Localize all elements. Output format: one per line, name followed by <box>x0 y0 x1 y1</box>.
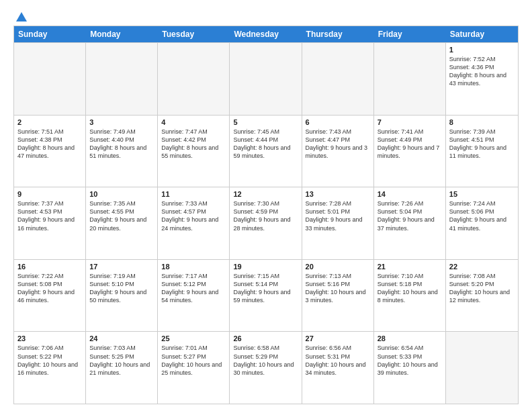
day-cell-7: 7Sunrise: 7:41 AM Sunset: 4:49 PM Daylig… <box>374 116 446 187</box>
day-info: Sunrise: 7:30 AM Sunset: 4:59 PM Dayligh… <box>233 199 298 232</box>
day-info: Sunrise: 7:35 AM Sunset: 4:55 PM Dayligh… <box>89 199 154 232</box>
day-cell-28: 28Sunrise: 6:54 AM Sunset: 5:33 PM Dayli… <box>374 332 446 404</box>
empty-cell <box>86 43 158 115</box>
day-number: 25 <box>161 334 226 342</box>
day-info: Sunrise: 7:06 AM Sunset: 5:22 PM Dayligh… <box>17 344 82 377</box>
day-info: Sunrise: 7:47 AM Sunset: 4:42 PM Dayligh… <box>161 128 226 161</box>
day-number: 1 <box>449 46 515 54</box>
day-number: 27 <box>306 334 370 342</box>
empty-cell <box>14 43 86 115</box>
day-info: Sunrise: 7:19 AM Sunset: 5:10 PM Dayligh… <box>89 272 154 305</box>
day-number: 23 <box>17 334 82 342</box>
weekday-header-tuesday: Tuesday <box>158 26 230 42</box>
logo-icon <box>15 11 28 24</box>
weekday-header-friday: Friday <box>374 26 446 42</box>
day-info: Sunrise: 7:15 AM Sunset: 5:14 PM Dayligh… <box>233 272 298 305</box>
day-cell-9: 9Sunrise: 7:37 AM Sunset: 4:53 PM Daylig… <box>14 187 86 259</box>
day-number: 4 <box>161 118 226 126</box>
day-number: 16 <box>17 263 82 271</box>
svg-marker-0 <box>16 12 27 21</box>
weekday-header-monday: Monday <box>86 26 158 42</box>
day-cell-11: 11Sunrise: 7:33 AM Sunset: 4:57 PM Dayli… <box>158 187 230 259</box>
day-number: 3 <box>89 118 154 126</box>
day-cell-19: 19Sunrise: 7:15 AM Sunset: 5:14 PM Dayli… <box>230 260 302 332</box>
day-info: Sunrise: 7:41 AM Sunset: 4:49 PM Dayligh… <box>378 128 442 161</box>
calendar-row-1: 2Sunrise: 7:51 AM Sunset: 4:38 PM Daylig… <box>14 115 518 187</box>
day-info: Sunrise: 7:52 AM Sunset: 4:36 PM Dayligh… <box>449 55 515 88</box>
day-cell-26: 26Sunrise: 6:58 AM Sunset: 5:29 PM Dayli… <box>230 332 302 404</box>
day-info: Sunrise: 7:39 AM Sunset: 4:51 PM Dayligh… <box>449 128 515 161</box>
day-number: 6 <box>306 118 370 126</box>
day-info: Sunrise: 7:22 AM Sunset: 5:08 PM Dayligh… <box>17 272 82 305</box>
day-number: 10 <box>89 190 154 198</box>
day-cell-3: 3Sunrise: 7:49 AM Sunset: 4:40 PM Daylig… <box>86 116 158 187</box>
calendar-row-2: 9Sunrise: 7:37 AM Sunset: 4:53 PM Daylig… <box>14 187 518 259</box>
day-number: 20 <box>306 263 370 271</box>
day-cell-25: 25Sunrise: 7:01 AM Sunset: 5:27 PM Dayli… <box>158 332 230 404</box>
day-info: Sunrise: 7:33 AM Sunset: 4:57 PM Dayligh… <box>161 199 226 232</box>
day-number: 22 <box>449 263 515 271</box>
day-info: Sunrise: 6:56 AM Sunset: 5:31 PM Dayligh… <box>306 344 370 377</box>
calendar-row-3: 16Sunrise: 7:22 AM Sunset: 5:08 PM Dayli… <box>14 259 518 332</box>
logo <box>13 11 28 20</box>
calendar-body: 1Sunrise: 7:52 AM Sunset: 4:36 PM Daylig… <box>14 42 518 404</box>
day-cell-1: 1Sunrise: 7:52 AM Sunset: 4:36 PM Daylig… <box>446 43 518 115</box>
day-number: 12 <box>233 190 298 198</box>
empty-cell <box>374 43 446 115</box>
day-info: Sunrise: 6:58 AM Sunset: 5:29 PM Dayligh… <box>233 344 298 377</box>
calendar-row-0: 1Sunrise: 7:52 AM Sunset: 4:36 PM Daylig… <box>14 42 518 115</box>
day-cell-10: 10Sunrise: 7:35 AM Sunset: 4:55 PM Dayli… <box>86 187 158 259</box>
day-number: 28 <box>378 334 442 342</box>
day-info: Sunrise: 7:37 AM Sunset: 4:53 PM Dayligh… <box>17 199 82 232</box>
calendar-header: SundayMondayTuesdayWednesdayThursdayFrid… <box>14 26 518 42</box>
empty-cell <box>302 43 374 115</box>
day-cell-24: 24Sunrise: 7:03 AM Sunset: 5:25 PM Dayli… <box>86 332 158 404</box>
weekday-header-thursday: Thursday <box>302 26 374 42</box>
day-number: 9 <box>17 190 82 198</box>
calendar-page: SundayMondayTuesdayWednesdayThursdayFrid… <box>0 0 532 411</box>
day-number: 8 <box>449 118 515 126</box>
day-info: Sunrise: 7:03 AM Sunset: 5:25 PM Dayligh… <box>89 344 154 377</box>
day-cell-23: 23Sunrise: 7:06 AM Sunset: 5:22 PM Dayli… <box>14 332 86 404</box>
day-cell-21: 21Sunrise: 7:10 AM Sunset: 5:18 PM Dayli… <box>374 260 446 332</box>
day-cell-14: 14Sunrise: 7:26 AM Sunset: 5:04 PM Dayli… <box>374 187 446 259</box>
day-number: 14 <box>378 190 442 198</box>
day-number: 13 <box>306 190 370 198</box>
day-number: 26 <box>233 334 298 342</box>
calendar: SundayMondayTuesdayWednesdayThursdayFrid… <box>13 26 519 404</box>
day-number: 24 <box>89 334 154 342</box>
empty-cell <box>446 332 518 404</box>
day-info: Sunrise: 7:08 AM Sunset: 5:20 PM Dayligh… <box>449 272 515 305</box>
day-cell-12: 12Sunrise: 7:30 AM Sunset: 4:59 PM Dayli… <box>230 187 302 259</box>
day-cell-27: 27Sunrise: 6:56 AM Sunset: 5:31 PM Dayli… <box>302 332 374 404</box>
day-cell-13: 13Sunrise: 7:28 AM Sunset: 5:01 PM Dayli… <box>302 187 374 259</box>
day-info: Sunrise: 7:45 AM Sunset: 4:44 PM Dayligh… <box>233 128 298 161</box>
day-cell-17: 17Sunrise: 7:19 AM Sunset: 5:10 PM Dayli… <box>86 260 158 332</box>
weekday-header-saturday: Saturday <box>446 26 518 42</box>
day-cell-20: 20Sunrise: 7:13 AM Sunset: 5:16 PM Dayli… <box>302 260 374 332</box>
day-info: Sunrise: 7:43 AM Sunset: 4:47 PM Dayligh… <box>306 128 370 161</box>
empty-cell <box>230 43 302 115</box>
day-info: Sunrise: 7:13 AM Sunset: 5:16 PM Dayligh… <box>306 272 370 305</box>
day-cell-15: 15Sunrise: 7:24 AM Sunset: 5:06 PM Dayli… <box>446 187 518 259</box>
weekday-header-wednesday: Wednesday <box>230 26 302 42</box>
day-info: Sunrise: 7:24 AM Sunset: 5:06 PM Dayligh… <box>449 199 515 232</box>
day-number: 5 <box>233 118 298 126</box>
day-cell-5: 5Sunrise: 7:45 AM Sunset: 4:44 PM Daylig… <box>230 116 302 187</box>
day-cell-2: 2Sunrise: 7:51 AM Sunset: 4:38 PM Daylig… <box>14 116 86 187</box>
empty-cell <box>158 43 230 115</box>
day-cell-6: 6Sunrise: 7:43 AM Sunset: 4:47 PM Daylig… <box>302 116 374 187</box>
day-info: Sunrise: 7:10 AM Sunset: 5:18 PM Dayligh… <box>378 272 442 305</box>
day-number: 19 <box>233 263 298 271</box>
day-number: 7 <box>378 118 442 126</box>
day-info: Sunrise: 7:51 AM Sunset: 4:38 PM Dayligh… <box>17 128 82 161</box>
day-cell-22: 22Sunrise: 7:08 AM Sunset: 5:20 PM Dayli… <box>446 260 518 332</box>
day-info: Sunrise: 7:17 AM Sunset: 5:12 PM Dayligh… <box>161 272 226 305</box>
day-cell-4: 4Sunrise: 7:47 AM Sunset: 4:42 PM Daylig… <box>158 116 230 187</box>
day-cell-18: 18Sunrise: 7:17 AM Sunset: 5:12 PM Dayli… <box>158 260 230 332</box>
day-number: 18 <box>161 263 226 271</box>
day-cell-16: 16Sunrise: 7:22 AM Sunset: 5:08 PM Dayli… <box>14 260 86 332</box>
day-number: 11 <box>161 190 226 198</box>
day-info: Sunrise: 7:49 AM Sunset: 4:40 PM Dayligh… <box>89 128 154 161</box>
day-number: 15 <box>449 190 515 198</box>
